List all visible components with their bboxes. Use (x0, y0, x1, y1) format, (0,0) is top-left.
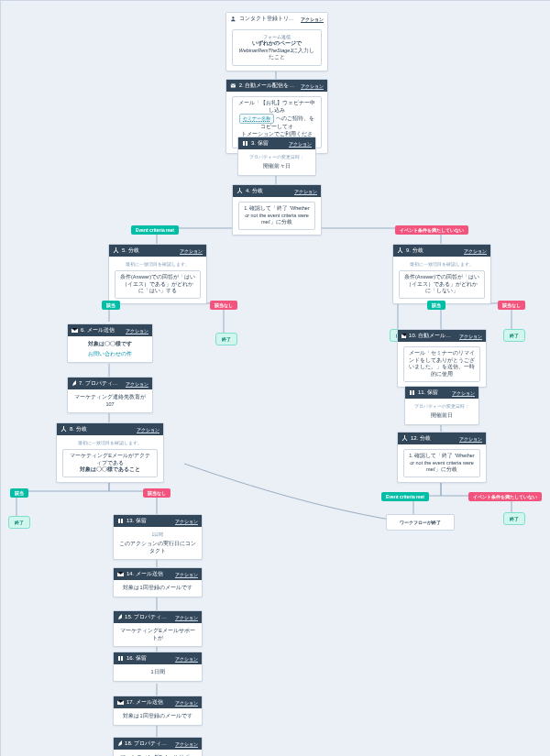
desc1: 最初に一致項目を確認します。 (399, 261, 485, 268)
node-title: 18. プロパティー値を設定 (125, 740, 171, 748)
node-delay-3[interactable]: 3. 保留 アクション プロパティーの変更日時： 開催前々日 (237, 137, 316, 176)
badge-yes: 該当 (102, 301, 120, 310)
actions-link[interactable]: アクション (175, 700, 198, 706)
actions-link[interactable]: アクション (175, 572, 198, 577)
node-title: 9. 分岐 (406, 247, 424, 255)
badge-yes: 該当 (10, 488, 28, 498)
svg-rect-6 (410, 390, 412, 395)
actions-link[interactable]: アクション (452, 390, 475, 396)
node-delay-13[interactable]: 13. 保留 アクション 1日間 このアクションの実行日にコンタクト (113, 514, 203, 560)
mail-icon (402, 333, 406, 339)
svg-rect-12 (121, 656, 123, 661)
badge-no: 該当なし (498, 301, 525, 310)
desc2: 条件(Answer)での回答が「はい（イエス）である」がどれかに「はい」する (115, 270, 201, 299)
actions-link[interactable]: アクション (175, 741, 198, 747)
actions-link[interactable]: アクション (175, 615, 198, 620)
pencil-icon (117, 614, 122, 620)
badge-event-met: Event criteria met (131, 225, 179, 235)
pause-icon (117, 518, 124, 524)
prop-value: 開催前々日 (244, 163, 310, 170)
actions-link[interactable]: アクション (175, 656, 198, 662)
workflow-canvas[interactable]: コンタクト登録トリガー アクション フォーム送信 いずれかのページで Webin… (0, 0, 550, 756)
actions-link[interactable]: アクション (301, 16, 324, 22)
branch-icon (113, 247, 119, 254)
line2: このアクションの実行日にコンタクト (119, 541, 196, 554)
actions-link[interactable]: アクション (464, 248, 487, 254)
node-branch-12[interactable]: 12. 分岐 アクション 1. 確認して「終了 'Whether or not … (397, 432, 487, 483)
line1: メール「【お礼】ウェビナー申し込み (237, 100, 316, 114)
node-title: 11. 保留 (418, 389, 438, 397)
actions-link[interactable]: アクション (459, 334, 482, 339)
node-email-10[interactable]: 10. 自動メール配信を送信 アクション メール「セミナーのリマインドをしてあり… (397, 329, 487, 388)
line1: 対象は1回登録のメールです (119, 713, 196, 720)
node-branch-5[interactable]: 5. 分岐 アクション 最初に一致項目を確認します。 条件(Answer)での回… (108, 244, 207, 304)
node-branch-9[interactable]: 9. 分岐 アクション 最初に一致項目を確認します。 条件(Answer)での回… (392, 244, 491, 304)
end-pill-3b: 終了 (503, 329, 525, 342)
pause-icon (117, 655, 124, 662)
branch-icon (60, 426, 67, 433)
svg-rect-9 (121, 519, 123, 523)
desc2: マーケティングEメールがアクティブである (68, 453, 152, 466)
node-email-14[interactable]: 14. メール送信 アクション 対象は1回登録のメールです (113, 567, 203, 597)
node-title: 12. 分岐 (411, 434, 431, 443)
line1: 1日間 (119, 531, 196, 538)
line1: 1日間 (119, 669, 196, 676)
node-title: 17. メール送信 (126, 698, 163, 707)
node-title: 16. 保留 (126, 654, 147, 663)
actions-link[interactable]: アクション (289, 141, 312, 147)
node-title: 6. メール送信 (81, 326, 115, 334)
desc1: 最初に一致項目を確認します。 (62, 440, 158, 446)
node-title: 3. 保留 (251, 139, 269, 148)
node-title: 5. 分岐 (122, 247, 139, 255)
svg-rect-7 (412, 390, 414, 395)
desc: 1. 確認して「終了 'Whether or not the event cri… (403, 449, 480, 477)
pencil-icon (117, 740, 122, 747)
svg-rect-3 (246, 141, 248, 146)
svg-rect-11 (118, 656, 120, 661)
node-delay-16[interactable]: 16. 保留 アクション 1日間 (113, 652, 203, 682)
node-branch-4[interactable]: 4. 分岐 アクション 1. 確認して「終了 'Whether or not t… (232, 184, 322, 236)
node-setprop-18[interactable]: 18. プロパティー値を設定 アクション マーケティングEメールサポートが (113, 737, 203, 756)
actions-link[interactable]: アクション (180, 248, 203, 254)
badge-event-met: Event criteria met (381, 492, 429, 501)
pencil-icon (72, 380, 76, 387)
actions-link[interactable]: アクション (459, 436, 482, 442)
node-email-6[interactable]: 6. メール送信 アクション 対象は〇〇様です お問い合わせの件 (67, 323, 153, 363)
badge-event-notmet: イベント条件を満たしていない (395, 225, 468, 235)
contact-icon (230, 16, 236, 22)
label-form: フォーム送信 (238, 34, 315, 40)
line1: 対象は〇〇様です (73, 341, 147, 348)
badge-no: 該当なし (143, 488, 170, 498)
actions-link[interactable]: アクション (137, 427, 160, 433)
workflow-end-box: ワークフローが終了 (386, 514, 455, 531)
desc2: 条件(Answer)での回答が「はい（イエス）である」がどれかに「しない」 (399, 270, 485, 299)
end-pill-1: 終了 (215, 333, 237, 345)
mail-icon (117, 571, 124, 577)
branch-icon (397, 247, 403, 254)
node-title: 8. 分岐 (70, 425, 87, 433)
node-title: 15. プロパティー値を設定 (125, 613, 171, 621)
line1: マーケティング連絡先教育が107 (73, 394, 147, 408)
svg-rect-8 (118, 519, 120, 523)
label-formname: WebinarRemTheStage1 (239, 48, 293, 53)
actions-link[interactable]: アクション (301, 83, 324, 89)
node-title: 7. プロパティー値を設定 (79, 379, 122, 388)
node-delay-11[interactable]: 11. 保留 アクション プロパティーの変更日時： 開催前日 (404, 386, 479, 425)
actions-link[interactable]: アクション (126, 381, 148, 387)
node-branch-8[interactable]: 8. 分岐 アクション 最初に一致項目を確認します。 マーケティングEメールがア… (56, 422, 164, 483)
badge-event-notmet: イベント条件を満たしていない (468, 492, 542, 501)
node-setprop-7[interactable]: 7. プロパティー値を設定 アクション マーケティング連絡先教育が107 (67, 377, 153, 413)
line1: マーケティングEメールサポートが (119, 628, 196, 641)
branch-icon (236, 188, 243, 194)
node-setprop-15[interactable]: 15. プロパティー値を設定 アクション マーケティングEメールサポートが (113, 610, 203, 647)
badge-yes: 該当 (427, 301, 446, 310)
actions-link[interactable]: アクション (294, 189, 317, 194)
node-trigger[interactable]: コンタクト登録トリガー アクション フォーム送信 いずれかのページで Webin… (226, 12, 328, 71)
badge-no: 該当なし (210, 301, 237, 310)
end-pill-2: 終了 (8, 516, 30, 529)
actions-link[interactable]: アクション (175, 519, 198, 524)
actions-link[interactable]: アクション (126, 328, 148, 334)
node-email-17[interactable]: 17. メール送信 アクション 対象は1回登録のメールです (113, 696, 203, 726)
prop-label: プロパティーの変更日時： (411, 403, 473, 410)
node-title: 10. 自動メール配信を送信 (409, 332, 456, 340)
